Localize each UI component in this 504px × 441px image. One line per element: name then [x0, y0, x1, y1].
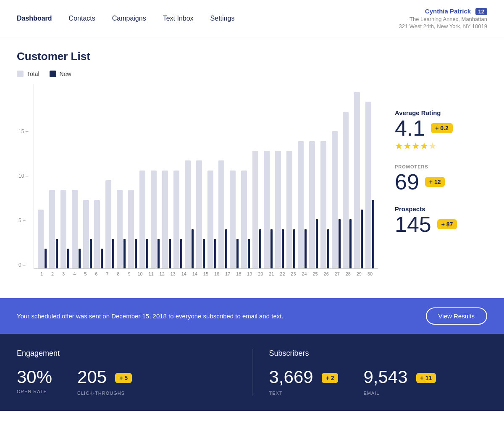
bar-group-7 [104, 180, 116, 268]
bar-total-1 [38, 210, 44, 268]
bar-total-6 [94, 200, 100, 268]
nav-settings[interactable]: Settings [210, 15, 235, 22]
avg-rating-block: Average Rating 4.1 + 0.2 ★★★★★ [395, 109, 487, 152]
bar-group-25 [308, 141, 319, 268]
x-label-4: 4 [69, 271, 80, 276]
bar-new-12 [169, 239, 171, 268]
bar-new-2 [56, 239, 58, 268]
bar-new-19 [248, 239, 250, 268]
prospects-value: 145 [395, 213, 431, 235]
x-label-1: 1 [36, 271, 47, 276]
bar-new-6 [101, 249, 103, 268]
bar-new-26 [327, 229, 329, 268]
open-rate-metric: 30% OPEN RATE [17, 367, 52, 396]
bar-group-28 [341, 112, 353, 268]
click-throughs-badge: + 5 [115, 373, 132, 383]
chart-legend: Total New [17, 71, 487, 77]
bar-group-26 [319, 141, 331, 268]
x-label-11: 11 [146, 271, 157, 276]
x-label-24: 23 [288, 271, 299, 276]
notification-banner: Your scheduled offer was sent on Decembe… [0, 298, 504, 334]
nav-text-inbox[interactable]: Text Inbox [163, 15, 194, 22]
bar-total-18 [230, 171, 236, 268]
bar-total-21 [264, 151, 270, 268]
banner-text: Your scheduled offer was sent on Decembe… [17, 312, 284, 320]
bar-group-30 [364, 102, 375, 268]
legend-total-label: Total [27, 71, 39, 77]
bar-total-28 [343, 112, 349, 268]
click-throughs-label: CLICK-THROUGHS [77, 391, 132, 396]
prospects-title: Prospects [395, 205, 487, 213]
x-label-22: 21 [266, 271, 277, 276]
bar-new-1 [45, 249, 47, 268]
x-axis: 1234567891011121314141516171819202122232… [34, 271, 378, 276]
chart-area [34, 84, 378, 269]
bar-group-2 [48, 190, 59, 268]
bar-new-11 [158, 239, 160, 268]
bar-new-14 [192, 229, 194, 268]
right-stats: Average Rating 4.1 + 0.2 ★★★★★ PROMOTERS… [395, 84, 487, 286]
bar-new-27 [339, 219, 341, 268]
bar-new-20 [259, 229, 261, 268]
bar-total-29 [354, 92, 360, 268]
x-label-15: 14 [189, 271, 200, 276]
user-address: 321 West 24th, New York, NY 10019 [399, 23, 487, 29]
x-label-25: 24 [299, 271, 310, 276]
x-label-9: 9 [124, 271, 135, 276]
user-name: Cynthia Patrick [425, 8, 471, 15]
bar-total-16 [207, 171, 213, 268]
x-label-26: 25 [310, 271, 321, 276]
bar-total-19 [241, 171, 247, 268]
open-rate-label: OPEN RATE [17, 389, 52, 394]
nav-dashboard[interactable]: Dashboard [17, 15, 52, 22]
bar-group-13 [172, 171, 184, 268]
avg-rating-badge: + 0.2 [431, 123, 453, 133]
bar-group-9 [127, 190, 138, 268]
subscribers-metrics: 3,669 + 2 TEXT 9,543 + 11 EMAIL [269, 367, 488, 396]
y-axis: 0 – 5 – 10 – 15 – – [18, 84, 28, 269]
email-value: 9,543 [363, 367, 407, 387]
bar-new-4 [79, 249, 81, 268]
bar-group-8 [116, 190, 127, 268]
bar-group-15 [195, 160, 206, 268]
bar-total-12 [162, 171, 168, 268]
view-results-button[interactable]: View Results [426, 307, 487, 325]
x-label-23: 22 [277, 271, 288, 276]
bar-new-29 [361, 210, 363, 268]
nav-campaigns[interactable]: Campaigns [112, 15, 146, 22]
star-rating: ★★★★★ [395, 141, 487, 152]
bar-new-23 [293, 229, 295, 268]
bar-new-9 [135, 239, 137, 268]
subscribers-col: Subscribers 3,669 + 2 TEXT 9,543 + 11 EM… [269, 349, 488, 396]
x-label-12: 12 [157, 271, 168, 276]
x-label-21: 20 [255, 271, 266, 276]
x-label-28: 27 [332, 271, 343, 276]
promoters-badge: + 12 [425, 177, 445, 187]
bar-total-20 [252, 151, 258, 268]
bar-new-13 [180, 239, 182, 268]
bar-total-30 [365, 102, 371, 268]
engagement-metrics: 30% OPEN RATE 205 + 5 CLICK-THROUGHS [17, 367, 235, 396]
bar-group-29 [353, 92, 364, 268]
user-org: The Learning Annex, Manhattan [399, 16, 487, 22]
bar-total-8 [117, 190, 123, 268]
bar-group-6 [93, 200, 105, 268]
bar-total-13 [173, 171, 179, 268]
bar-total-27 [332, 131, 338, 268]
bar-group-17 [218, 160, 229, 268]
legend-new: New [50, 71, 71, 77]
nav-contacts[interactable]: Contacts [69, 15, 95, 22]
promoters-block: PROMOTERS 69 + 12 [395, 164, 487, 193]
chart-container: 0 – 5 – 10 – 15 – – 12345678910111213141… [17, 84, 378, 286]
bar-total-24 [298, 141, 304, 268]
bar-new-17 [225, 229, 227, 268]
bar-group-21 [262, 151, 274, 268]
x-label-13: 13 [168, 271, 178, 276]
x-label-19: 18 [233, 271, 244, 276]
bar-total-4 [72, 190, 78, 268]
chart-wrapper: 0 – 5 – 10 – 15 – – 12345678910111213141… [17, 84, 487, 286]
bar-total-23 [286, 151, 292, 268]
text-badge: + 2 [322, 373, 339, 383]
subscribers-label: Subscribers [269, 349, 488, 358]
bar-group-3 [59, 190, 71, 268]
